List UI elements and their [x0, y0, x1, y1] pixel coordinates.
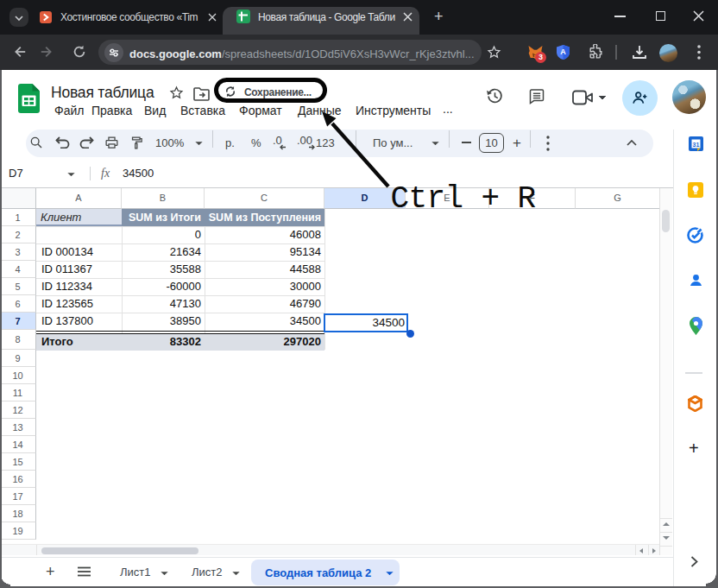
svg-text:31: 31 — [693, 142, 700, 148]
svg-text:A: A — [560, 47, 566, 56]
